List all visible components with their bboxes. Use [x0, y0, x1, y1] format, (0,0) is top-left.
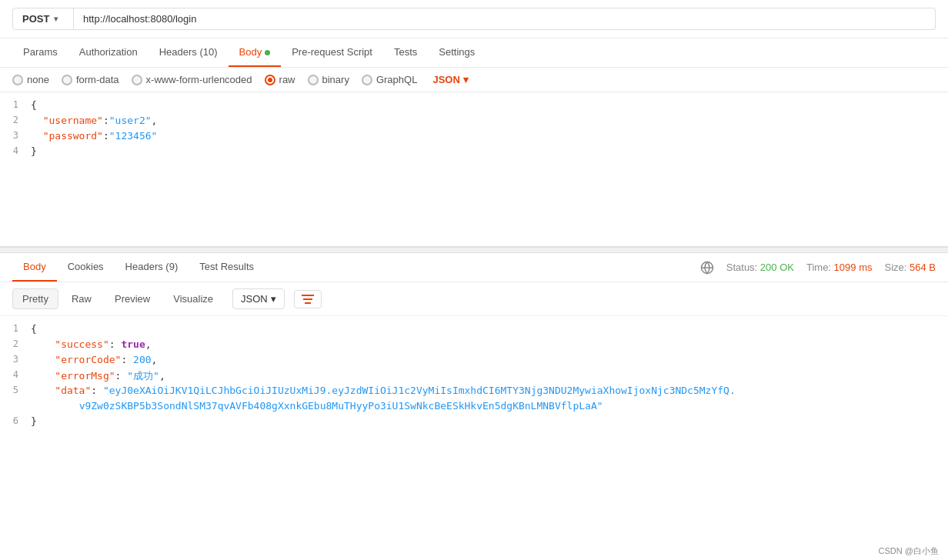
- response-code-editor: 1 { 2 "success": true, 3 "errorCode": 20…: [0, 316, 948, 436]
- url-input[interactable]: [74, 8, 936, 30]
- method-chevron: ▾: [54, 15, 58, 23]
- req-line-2: 2 "username":"user2",: [0, 114, 948, 129]
- resp-tab-body[interactable]: Body: [12, 253, 57, 282]
- resp-line-5b: v9Zw0zSKBP5b3SondNlSM37qvAVFb408gXxnkGEb…: [0, 399, 948, 415]
- tab-tests[interactable]: Tests: [383, 38, 428, 67]
- radio-binary: [308, 75, 319, 85]
- option-binary[interactable]: binary: [308, 74, 349, 85]
- radio-urlencoded: [132, 75, 142, 85]
- tab-pre-request-script[interactable]: Pre-request Script: [281, 38, 383, 67]
- request-panel: POST ▾ Params Authorization Headers (10)…: [0, 0, 948, 247]
- tab-body[interactable]: Body: [229, 38, 282, 67]
- body-options: none form-data x-www-form-urlencoded raw…: [0, 68, 948, 92]
- size-info: Size: 564 B: [884, 262, 936, 273]
- status-info: Status: 200 OK Time: 1099 ms Size: 564 B: [700, 261, 936, 275]
- option-raw[interactable]: raw: [265, 74, 295, 85]
- filter-icon-button[interactable]: [294, 290, 322, 308]
- tab-params[interactable]: Params: [12, 38, 68, 67]
- app-container: POST ▾ Params Authorization Headers (10)…: [0, 0, 948, 560]
- response-format-bar: Pretty Raw Preview Visualize JSON ▾: [0, 282, 948, 316]
- request-code-editor: 1 { 2 "username":"user2", 3 "password":"…: [0, 92, 948, 246]
- globe-icon: [700, 261, 714, 275]
- status-label: Status: 200 OK: [726, 262, 794, 273]
- req-line-1: 1 {: [0, 98, 948, 114]
- resp-line-3: 3 "errorCode": 200,: [0, 353, 948, 368]
- time-info: Time: 1099 ms: [806, 262, 873, 273]
- url-bar: POST ▾: [0, 0, 948, 38]
- tab-headers[interactable]: Headers (10): [149, 38, 229, 67]
- tab-authorization[interactable]: Authorization: [68, 38, 149, 67]
- resp-line-5: 5 "data": "eyJ0eXAiOiJKV1QiLCJhbGciOiJIU…: [0, 384, 948, 399]
- tab-settings[interactable]: Settings: [428, 38, 486, 67]
- option-urlencoded[interactable]: x-www-form-urlencoded: [132, 74, 252, 85]
- resp-tab-headers[interactable]: Headers (9): [115, 253, 189, 282]
- option-graphql[interactable]: GraphQL: [362, 74, 417, 85]
- radio-form-data: [62, 75, 72, 85]
- format-visualize[interactable]: Visualize: [163, 288, 223, 309]
- footer: CSDN @白小鱼: [870, 542, 948, 560]
- format-pretty[interactable]: Pretty: [12, 288, 58, 309]
- option-none[interactable]: none: [12, 74, 49, 85]
- request-tabs-bar: Params Authorization Headers (10) Body P…: [0, 38, 948, 68]
- method-dropdown[interactable]: POST ▾: [12, 8, 74, 30]
- radio-graphql: [362, 75, 372, 85]
- radio-raw: [265, 75, 275, 85]
- resp-line-4: 4 "errorMsg": "成功",: [0, 368, 948, 384]
- radio-none: [12, 75, 23, 85]
- resp-line-6: 6 }: [0, 415, 948, 430]
- resp-line-2: 2 "success": true,: [0, 338, 948, 353]
- body-dot: [265, 50, 270, 55]
- method-label: POST: [22, 13, 49, 25]
- json-type-dropdown[interactable]: JSON ▾: [432, 74, 468, 85]
- format-raw[interactable]: Raw: [62, 288, 102, 309]
- req-line-4: 4 }: [0, 145, 948, 160]
- resp-line-1: 1 {: [0, 322, 948, 338]
- response-json-dropdown[interactable]: JSON ▾: [232, 288, 285, 309]
- resp-tab-cookies[interactable]: Cookies: [57, 253, 115, 282]
- response-panel: Body Cookies Headers (9) Test Results St…: [0, 253, 948, 560]
- format-preview[interactable]: Preview: [105, 288, 160, 309]
- filter-icon: [301, 294, 315, 305]
- resp-tab-test-results[interactable]: Test Results: [189, 253, 265, 282]
- req-line-3: 3 "password":"123456": [0, 129, 948, 145]
- response-tabs-bar: Body Cookies Headers (9) Test Results St…: [0, 253, 948, 282]
- option-form-data[interactable]: form-data: [62, 74, 119, 85]
- panel-divider: [0, 247, 948, 253]
